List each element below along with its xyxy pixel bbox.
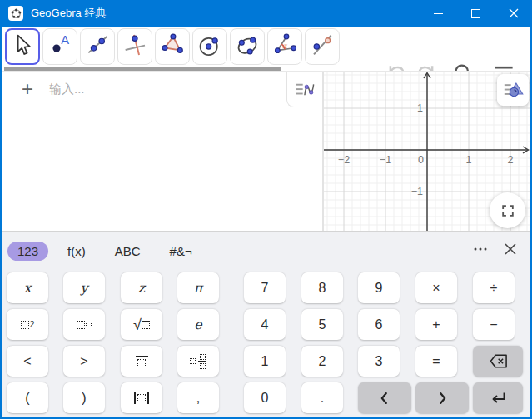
virtual-keyboard: 123f(x)ABC#&¬ xyzπ789×÷2√e456+−<>123=(),… <box>2 231 530 417</box>
graphics-style-button[interactable] <box>497 74 529 106</box>
circle-tool[interactable] <box>192 28 227 65</box>
perp-icon <box>122 32 148 62</box>
more-icon <box>473 242 488 260</box>
polygon-icon <box>159 32 186 62</box>
maximize-button[interactable] <box>457 0 495 27</box>
key-4[interactable]: 4 <box>244 309 286 340</box>
reflect-tool[interactable] <box>305 28 340 65</box>
key-z[interactable]: z <box>121 272 162 303</box>
minimize-button[interactable] <box>420 0 457 27</box>
fullscreen-button[interactable] <box>490 192 525 228</box>
title-bar: GeoGebra 经典 <box>0 0 532 27</box>
x-tick--1: −1 <box>380 154 391 166</box>
add-input-button[interactable]: + <box>17 77 37 101</box>
key-multiply[interactable]: × <box>415 272 457 303</box>
key-minus[interactable]: − <box>473 309 515 340</box>
tab-fx[interactable]: f(x) <box>57 242 96 261</box>
key-mixed-number[interactable] <box>177 346 219 377</box>
tab-abc[interactable]: ABC <box>105 242 151 261</box>
key-square[interactable]: 2 <box>7 309 48 340</box>
key-2[interactable]: 2 <box>301 346 343 377</box>
window-border-left <box>0 27 2 419</box>
key-cursor-left[interactable] <box>358 382 411 413</box>
key-6[interactable]: 6 <box>358 309 400 340</box>
key-power[interactable] <box>63 309 105 340</box>
key-e[interactable]: e <box>177 309 219 340</box>
key-cursor-right[interactable] <box>415 382 469 413</box>
toolbar: Aα <box>2 27 530 71</box>
algebra-style-icon <box>294 78 316 101</box>
point-icon: A <box>47 32 73 62</box>
key-divide[interactable]: ÷ <box>473 272 515 303</box>
conic-icon <box>234 32 261 62</box>
key-fraction[interactable] <box>121 346 162 377</box>
perpendicular-line-tool[interactable] <box>117 28 152 65</box>
tab-special[interactable]: #&¬ <box>160 242 202 261</box>
key-less-than[interactable]: < <box>7 346 48 377</box>
close-icon <box>509 8 519 18</box>
key-y[interactable]: y <box>63 272 105 303</box>
key-equals[interactable]: = <box>415 346 457 377</box>
key-greater-than[interactable]: > <box>63 346 105 377</box>
key-9[interactable]: 9 <box>358 272 400 303</box>
key-decimal-point[interactable]: . <box>301 382 343 413</box>
line-icon <box>84 32 111 62</box>
conic-tool[interactable] <box>230 28 265 65</box>
key-3[interactable]: 3 <box>358 346 400 377</box>
angle-icon: α <box>271 32 298 62</box>
fullscreen-icon <box>500 202 516 219</box>
key-sqrt[interactable]: √ <box>121 309 162 340</box>
keyboard-close-button[interactable] <box>500 240 521 262</box>
x-tick--2: −2 <box>338 154 350 166</box>
reflect-icon <box>309 32 336 62</box>
move-tool[interactable] <box>5 28 40 65</box>
key-pi[interactable]: π <box>177 272 219 303</box>
x-tick-2: 2 <box>508 154 514 166</box>
algebra-style-button[interactable] <box>286 72 322 107</box>
move-icon <box>9 32 36 62</box>
x-tick-1: 1 <box>466 154 472 166</box>
key-0[interactable]: 0 <box>244 382 286 413</box>
input-placeholder[interactable]: 输入... <box>49 82 85 97</box>
close-button[interactable] <box>495 0 532 27</box>
y-tick-1: 1 <box>417 102 423 114</box>
line-tool[interactable] <box>80 28 115 65</box>
maximize-icon <box>471 9 480 18</box>
key-backspace[interactable] <box>473 346 523 377</box>
minimize-icon <box>434 13 443 14</box>
geogebra-window: GeoGebra 经典 Aα + 输入... <box>0 0 532 419</box>
graphics-view[interactable]: −2−10121−1 <box>324 72 530 231</box>
key-open-paren[interactable]: ( <box>7 382 48 413</box>
key-comma[interactable]: , <box>177 382 219 413</box>
close-keyboard-icon <box>504 242 517 259</box>
key-7[interactable]: 7 <box>244 272 286 303</box>
window-title: GeoGebra 经典 <box>31 6 106 21</box>
graphics-style-icon <box>502 79 525 102</box>
key-enter[interactable] <box>473 382 523 413</box>
point-tool[interactable]: A <box>42 28 77 65</box>
key-plus[interactable]: + <box>415 309 457 340</box>
key-absolute-value[interactable] <box>121 382 162 413</box>
key-1[interactable]: 1 <box>244 346 286 377</box>
x-tick-0: 0 <box>418 154 424 166</box>
key-x[interactable]: x <box>7 272 48 303</box>
polygon-tool[interactable] <box>155 28 190 65</box>
svg-text:A: A <box>61 33 69 47</box>
algebra-view: + 输入... <box>2 72 324 231</box>
tab-123[interactable]: 123 <box>7 242 48 261</box>
key-close-paren[interactable]: ) <box>63 382 105 413</box>
key-5[interactable]: 5 <box>301 309 343 340</box>
circle-icon <box>196 32 223 62</box>
algebra-input-row[interactable]: + 输入... <box>2 72 322 107</box>
keyboard-more-button[interactable] <box>470 240 491 262</box>
key-8[interactable]: 8 <box>301 272 343 303</box>
angle-tool[interactable]: α <box>267 28 302 65</box>
tool-buttons: Aα <box>5 28 340 65</box>
geogebra-logo-icon <box>8 6 23 21</box>
y-tick--1: −1 <box>411 186 423 197</box>
